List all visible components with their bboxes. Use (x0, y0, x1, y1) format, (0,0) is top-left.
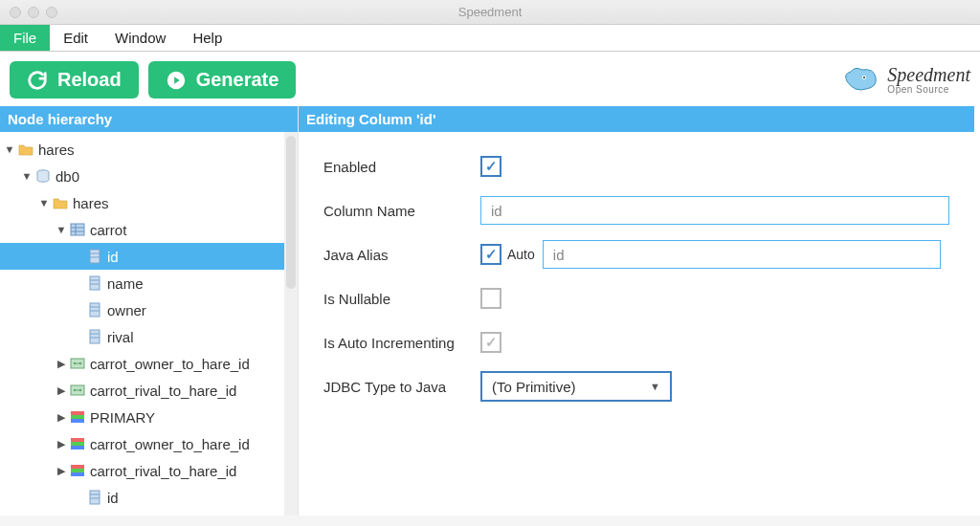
tree-row[interactable]: ▼carrot (0, 216, 298, 243)
check-icon: ✓ (485, 334, 498, 351)
java-alias-label: Java Alias (323, 247, 480, 263)
tree-row[interactable]: owner (0, 296, 298, 323)
tree-row[interactable]: ▼hares (0, 136, 298, 163)
menubar: File Edit Window Help (0, 25, 980, 52)
tree-row-label: owner (107, 302, 146, 318)
column-name-input[interactable] (480, 196, 949, 225)
tree-row-label: id (107, 249, 119, 265)
tree-row[interactable]: ▶carrot_owner_to_hare_id (0, 350, 298, 377)
disclosure-arrow-icon[interactable]: ▼ (56, 224, 67, 235)
check-icon: ✓ (485, 158, 498, 175)
svg-rect-11 (90, 276, 100, 290)
svg-rect-35 (71, 469, 84, 472)
disclosure-arrow-icon[interactable]: ▼ (38, 197, 50, 208)
disclosure-arrow-icon[interactable]: ▶ (56, 384, 67, 397)
fk-icon (70, 383, 85, 398)
tree-row-label: name (107, 275, 144, 292)
java-alias-auto-checkbox[interactable]: ✓ (480, 244, 501, 265)
disclosure-arrow-icon[interactable]: ▼ (21, 170, 33, 182)
scrollbar-thumb[interactable] (286, 136, 296, 289)
svg-rect-31 (71, 438, 84, 442)
tree-row-label: hares (73, 195, 109, 211)
editor-title: Editing Column 'id' (299, 106, 974, 132)
svg-rect-28 (71, 411, 84, 415)
svg-point-2 (863, 77, 865, 78)
folder-icon (18, 142, 33, 157)
java-alias-auto-label: Auto (507, 247, 535, 262)
svg-rect-4 (71, 224, 84, 235)
pk-icon (70, 436, 85, 451)
logo-name: Speedment (887, 65, 970, 85)
tree-row[interactable]: id (0, 243, 298, 270)
svg-rect-17 (90, 330, 100, 343)
table-icon (70, 222, 85, 237)
col-icon (87, 302, 102, 318)
tree-row[interactable]: ▶PRIMARY (0, 404, 298, 430)
tree-row[interactable]: ▶carrot_rival_to_hare_id (0, 457, 298, 484)
generate-label: Generate (196, 69, 279, 91)
tree-row-label: hares (38, 142, 75, 158)
svg-rect-32 (71, 442, 84, 446)
svg-rect-34 (71, 465, 84, 469)
reload-label: Reload (57, 69, 122, 91)
nullable-checkbox[interactable] (480, 288, 501, 309)
jdbc-label: JDBC Type to Java (323, 379, 480, 395)
disclosure-arrow-icon[interactable]: ▶ (56, 465, 67, 477)
disclosure-arrow-icon[interactable]: ▼ (4, 143, 15, 155)
menu-help[interactable]: Help (179, 25, 235, 51)
tree[interactable]: ▼hares▼db0▼hares▼carrotidnameownerrival▶… (0, 132, 298, 511)
col-icon (87, 275, 102, 291)
column-name-label: Column Name (323, 203, 480, 219)
disclosure-arrow-icon[interactable]: ▶ (56, 358, 67, 370)
col-icon (87, 490, 102, 505)
tree-row-label: carrot_owner_to_hare_id (90, 436, 250, 452)
pk-icon (70, 409, 85, 425)
logo-icon (841, 64, 880, 97)
logo-sub: Open Source (887, 85, 970, 96)
tree-row[interactable]: ▼db0 (0, 163, 298, 189)
disclosure-arrow-icon[interactable]: ▶ (56, 438, 67, 450)
tree-row-label: PRIMARY (90, 409, 155, 426)
titlebar: Speedment (0, 0, 980, 25)
enabled-checkbox[interactable]: ✓ (480, 156, 501, 177)
tree-row-label: carrot_owner_to_hare_id (90, 356, 250, 372)
tree-row-label: carrot_rival_to_hare_id (90, 383, 236, 399)
autoinc-checkbox[interactable]: ✓ (480, 332, 501, 353)
tree-row-label: rival (107, 329, 134, 345)
tree-scrollbar[interactable] (284, 132, 298, 515)
toolbar: Reload Generate Speedment Open Source (0, 52, 980, 106)
enabled-label: Enabled (323, 159, 480, 175)
java-alias-input[interactable] (543, 240, 941, 269)
reload-button[interactable]: Reload (10, 61, 139, 99)
menu-window[interactable]: Window (101, 25, 179, 51)
jdbc-select[interactable]: (To Primitive) ▼ (480, 371, 672, 402)
tree-row[interactable]: ▶carrot_owner_to_hare_id (0, 430, 298, 457)
tree-row-label: id (107, 490, 119, 506)
jdbc-value: (To Primitive) (492, 379, 576, 395)
disclosure-arrow-icon[interactable]: ▶ (56, 411, 67, 424)
menu-file[interactable]: File (0, 25, 50, 51)
menu-edit[interactable]: Edit (50, 25, 101, 51)
tree-row[interactable]: ▼hares (0, 189, 298, 216)
tree-row-label: db0 (56, 168, 79, 185)
fk-icon (70, 356, 85, 371)
play-icon (166, 70, 187, 91)
tree-row[interactable]: rival (0, 323, 298, 350)
check-icon: ✓ (485, 246, 498, 263)
svg-rect-29 (71, 415, 84, 419)
window-title: Speedment (0, 5, 980, 19)
tree-row[interactable]: id (0, 484, 298, 511)
db-icon (35, 168, 51, 184)
pk-icon (70, 463, 85, 478)
chevron-down-icon: ▼ (650, 381, 660, 392)
tree-row[interactable]: ▶carrot_rival_to_hare_id (0, 377, 298, 404)
tree-row[interactable]: name (0, 270, 298, 296)
logo: Speedment Open Source (841, 64, 970, 97)
nullable-label: Is Nullable (323, 291, 480, 307)
svg-rect-14 (90, 303, 100, 317)
svg-rect-37 (90, 491, 100, 504)
tree-row-label: carrot (90, 222, 126, 238)
autoinc-label: Is Auto Incrementing (323, 335, 480, 351)
svg-rect-8 (90, 250, 100, 263)
generate-button[interactable]: Generate (148, 61, 297, 99)
